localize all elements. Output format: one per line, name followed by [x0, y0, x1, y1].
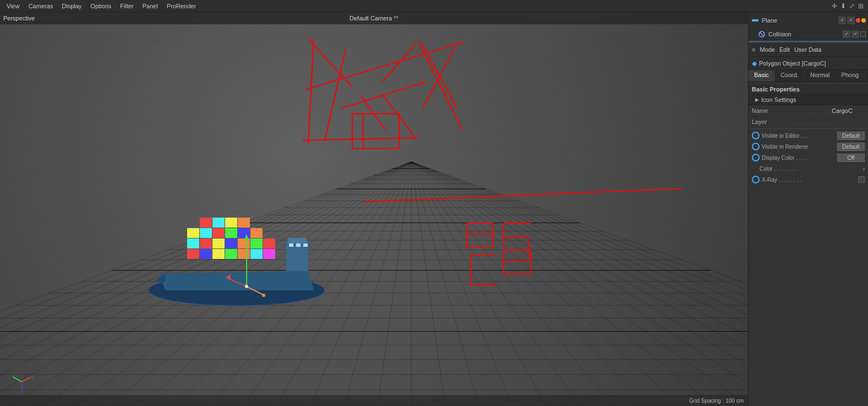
object-manager: Plane ✓ ✓ Collision ✓ — [749, 12, 868, 42]
properties-tabs: Basic Coord. Normal Phong — [749, 70, 868, 82]
menu-prorender[interactable]: ProRender — [162, 2, 200, 10]
hamburger-icon[interactable]: ≡ — [752, 46, 755, 53]
collision-render-icon[interactable]: ✓ — [851, 30, 859, 38]
display-color-value[interactable]: Off — [837, 154, 865, 162]
svg-rect-53 — [238, 218, 250, 228]
expand-icon[interactable]: ⤢ — [849, 2, 855, 10]
menu-display[interactable]: Display — [57, 2, 86, 10]
layer-label: Layer — [752, 118, 792, 125]
icon-settings-label: Icon Settings — [761, 96, 796, 103]
download-icon[interactable]: ⬇ — [840, 2, 846, 10]
collision-vis-icon[interactable]: ✓ — [843, 30, 850, 38]
viewport-grid — [0, 12, 748, 406]
svg-rect-45 — [200, 228, 212, 238]
menu-options[interactable]: Options — [86, 2, 116, 10]
visible-editor-label: Visible in Editor . . . — [762, 133, 837, 139]
svg-text:X: X — [31, 375, 33, 379]
svg-rect-37 — [187, 239, 199, 248]
visible-renderer-value[interactable]: Default — [837, 143, 865, 151]
edit-label[interactable]: Edit — [779, 46, 790, 53]
icon-settings-header[interactable]: ▶ Icon Settings — [749, 95, 868, 105]
prop-row-name: Name . . . . . . . . . . CargoC — [749, 105, 868, 116]
plane-render-icon[interactable]: ✓ — [847, 17, 855, 24]
prop-row-display-color: Display Color . . . . Off — [749, 152, 868, 163]
basic-properties-title: Basic Properties — [752, 86, 800, 93]
menu-cameras[interactable]: Cameras — [24, 2, 58, 10]
plane-row-icons: ✓ ✓ — [838, 17, 866, 24]
svg-rect-30 — [187, 249, 199, 259]
visible-editor-dot — [752, 132, 760, 139]
object-name-collision: Collision — [768, 31, 843, 37]
svg-rect-55 — [288, 238, 307, 243]
svg-line-74 — [760, 32, 764, 36]
tab-basic[interactable]: Basic — [749, 70, 775, 82]
xray-dot — [752, 176, 760, 183]
svg-line-68 — [14, 377, 22, 382]
object-row-plane[interactable]: Plane ✓ ✓ — [749, 13, 868, 27]
menu-panel[interactable]: Panel — [138, 2, 162, 10]
icon-settings-triangle: ▶ — [755, 97, 759, 102]
svg-marker-60 — [244, 234, 249, 240]
object-row-collision[interactable]: Collision ✓ ✓ — [749, 27, 868, 41]
object-name-plane: Plane — [762, 17, 838, 24]
prop-row-xray: X-Ray . . . . . . . . — [749, 174, 868, 185]
prop-object-title: ◆ Polygon Object [CargoC] — [749, 57, 868, 70]
viewport-topbar: Perspective Default Camera °° — [0, 12, 748, 24]
move-icon[interactable]: ✛ — [832, 2, 837, 10]
visible-renderer-dot — [752, 143, 760, 150]
prop-row-visible-renderer: Visible in Renderer Default — [749, 141, 868, 152]
menu-filter[interactable]: Filter — [116, 2, 138, 10]
axis-indicator: X Y Z — [11, 371, 33, 393]
svg-text:Y: Y — [12, 375, 15, 379]
properties-toolbar: ≡ Mode Edit User Data — [749, 42, 868, 57]
camera-label: Default Camera °° — [350, 15, 398, 21]
plane-vis-icon[interactable]: ✓ — [838, 17, 846, 24]
display-color-label: Display Color . . . . — [762, 155, 837, 161]
collision-checkbox[interactable] — [860, 31, 866, 37]
top-menubar: View Cameras Display Options Filter Pane… — [0, 0, 868, 12]
grid-icon[interactable]: ⊞ — [858, 2, 864, 10]
mode-label[interactable]: Mode — [760, 46, 775, 53]
svg-rect-38 — [200, 239, 212, 248]
svg-rect-46 — [212, 228, 225, 238]
tab-coord[interactable]: Coord. — [775, 70, 805, 82]
collision-icon — [757, 30, 766, 39]
svg-rect-39 — [212, 239, 225, 248]
svg-rect-57 — [296, 243, 301, 247]
svg-rect-58 — [303, 243, 308, 247]
viewport-bottombar: Grid Spacing : 100 cm — [0, 395, 748, 406]
grid-spacing-label: Grid Spacing : 100 cm — [689, 398, 744, 404]
xray-label: X-Ray . . . . . . . . — [762, 177, 858, 183]
tab-phong[interactable]: Phong — [836, 70, 865, 82]
layer-value[interactable] — [832, 118, 865, 125]
prop-content: Basic Properties ▶ Icon Settings Name . … — [749, 82, 868, 187]
polygon-object-name: Polygon Object [CargoC] — [759, 60, 826, 67]
name-value[interactable]: CargoC — [832, 107, 865, 114]
xray-checkbox[interactable] — [858, 176, 865, 183]
svg-point-65 — [245, 285, 248, 288]
basic-properties-header[interactable]: Basic Properties — [749, 84, 868, 95]
svg-rect-44 — [187, 228, 199, 238]
tab-normal[interactable]: Normal — [805, 70, 836, 82]
layer-dots: . . . . . . . . . . — [792, 119, 832, 125]
display-color-dot — [752, 154, 760, 161]
svg-rect-50 — [200, 218, 212, 228]
color-arrow[interactable]: › — [863, 166, 865, 172]
prop-row-color: Color . . . . . . . . › — [749, 163, 868, 174]
visible-editor-value[interactable]: Default — [837, 132, 865, 140]
svg-rect-32 — [212, 249, 225, 259]
user-data-label[interactable]: User Data — [794, 46, 822, 53]
top-right-icons: ✛ ⬇ ⤢ ⊞ — [832, 2, 866, 10]
polygon-object-icon: ◆ — [752, 59, 757, 67]
name-label: Name — [752, 107, 792, 114]
right-panel: Plane ✓ ✓ Collision ✓ — [748, 12, 868, 406]
viewport[interactable]: Perspective Default Camera °° — [0, 12, 748, 406]
perspective-label: Perspective — [3, 15, 35, 21]
transform-gizmo — [225, 231, 269, 299]
svg-line-66 — [22, 377, 30, 382]
properties-panel: ≡ Mode Edit User Data ◆ Polygon Object [… — [749, 42, 868, 406]
main-layout: Perspective Default Camera °° — [0, 12, 868, 406]
plane-orange-dot — [861, 18, 866, 23]
prop-row-layer: Layer . . . . . . . . . . — [749, 116, 868, 127]
menu-view[interactable]: View — [2, 2, 24, 10]
